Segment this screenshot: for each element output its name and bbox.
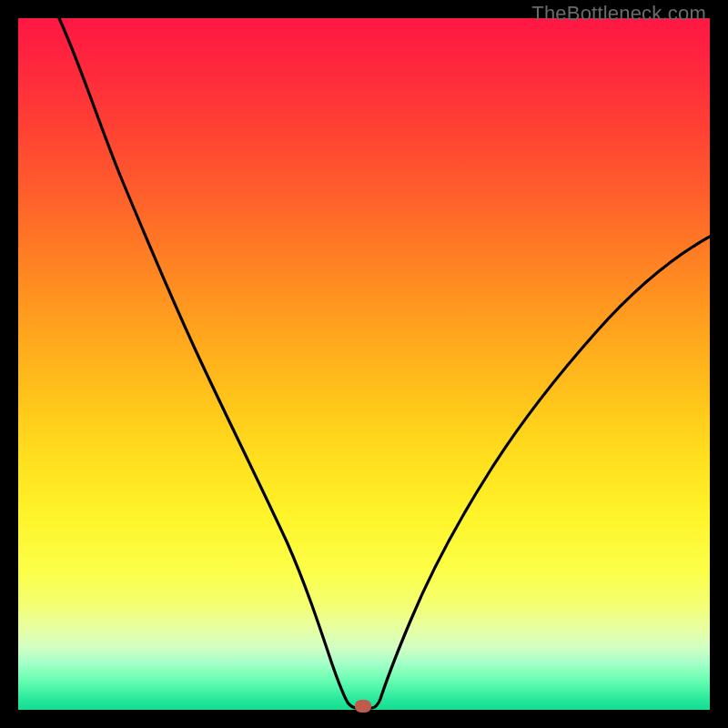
chart-frame: TheBottleneck.com [0,0,728,728]
watermark-text: TheBottleneck.com [531,2,706,25]
bottleneck-point-marker [355,700,371,713]
bottleneck-curve [59,18,710,708]
curve-layer [18,18,710,710]
plot-area [18,18,710,710]
